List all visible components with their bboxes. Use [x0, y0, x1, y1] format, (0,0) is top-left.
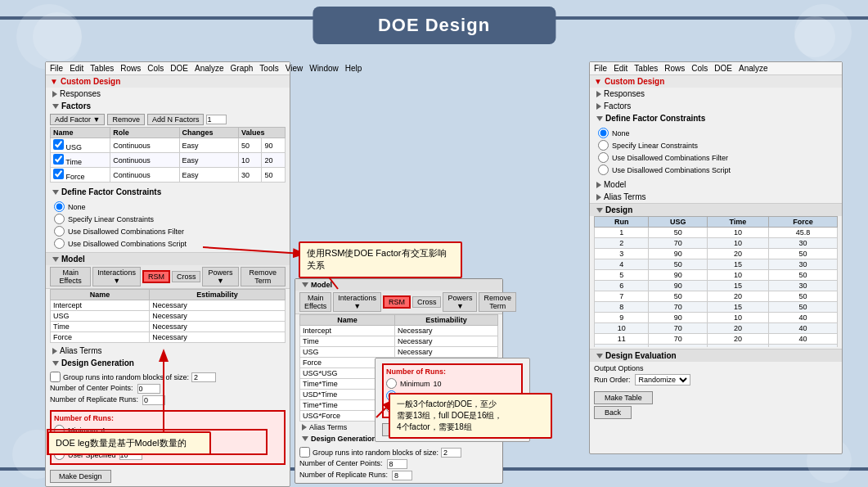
constraints-radio-group: None Specify Linear Constraints Use Disa… [46, 198, 290, 252]
rmenu-file[interactable]: File [594, 64, 607, 73]
constraint-none[interactable]: None [54, 201, 281, 213]
left-make-design-button[interactable]: Make Design [50, 470, 111, 483]
right-constraint-filter[interactable]: Use Disallowed Combinations Filter [598, 151, 834, 164]
time-check[interactable] [53, 154, 64, 165]
popup-design-gen-icon [302, 436, 308, 441]
popup-min-radio[interactable] [386, 378, 397, 389]
group-runs-check[interactable] [50, 372, 61, 382]
popup-design-gen-content: Group runs into random blocks of size: N… [295, 444, 502, 483]
make-table-button[interactable]: Make Table [594, 391, 653, 404]
replicate-runs-input[interactable] [142, 395, 165, 405]
popup-group-size[interactable] [441, 448, 461, 458]
design-table-row: 8701550 [595, 302, 838, 313]
menu-tables[interactable]: Tables [90, 64, 114, 73]
constraint-linear[interactable]: Specify Linear Constraints [54, 213, 281, 225]
right-responses[interactable]: Responses [590, 88, 842, 100]
remove-button[interactable]: Remove [107, 114, 145, 125]
right-define-constraints[interactable]: Define Factor Constraints [590, 112, 842, 124]
alias-terms-section[interactable]: Alias Terms [46, 345, 290, 357]
popup-rsm-btn[interactable]: RSM [383, 295, 411, 309]
rmenu-doe[interactable]: DOE [714, 64, 732, 73]
group-size-input[interactable] [191, 372, 216, 382]
design-eval-section[interactable]: Design Evaluation [590, 349, 842, 362]
popup-cross[interactable]: Cross [412, 296, 442, 308]
right-model[interactable]: Model [590, 178, 842, 191]
design-gen-content: Group runs into random blocks of size: N… [46, 369, 290, 408]
design-table-row: 2701030 [595, 238, 838, 249]
right-alias-icon [596, 194, 601, 201]
right-model-icon [596, 182, 601, 188]
dt-time: Time [708, 217, 769, 228]
force-check[interactable] [53, 169, 64, 179]
define-factor-constraints[interactable]: Define Factor Constraints [46, 186, 290, 198]
responses-section[interactable]: Responses [46, 88, 290, 100]
bg-circle-2 [33, 12, 82, 61]
rmenu-analyze[interactable]: Analyze [739, 64, 768, 73]
right-responses-icon [596, 91, 601, 97]
constraint-script[interactable]: Use Disallowed Combinations Script [54, 237, 281, 250]
popup-alias-icon [302, 424, 307, 431]
menu-graph[interactable]: Graph [231, 64, 254, 73]
menu-file[interactable]: File [50, 64, 63, 73]
menu-rows[interactable]: Rows [120, 64, 141, 73]
menu-view[interactable]: View [286, 64, 304, 73]
menu-doe[interactable]: DOE [170, 64, 188, 73]
right-design-section[interactable]: Design [590, 203, 842, 216]
design-table-row: 11702040 [595, 334, 838, 345]
popup-replicate-runs[interactable] [392, 471, 412, 480]
rmenu-rows[interactable]: Rows [664, 64, 685, 73]
right-constraint-linear[interactable]: Specify Linear Constraints [598, 139, 834, 151]
popup-center-pts[interactable] [387, 459, 407, 469]
output-options-label: Output Options [594, 364, 838, 372]
popup-powers[interactable]: Powers ▼ [443, 292, 477, 312]
constraint-filter[interactable]: Use Disallowed Combinations Filter [54, 225, 281, 237]
right-constraints-group: None Specify Linear Constraints Use Disa… [590, 124, 842, 178]
left-menu-bar: File Edit Tables Rows Cols DOE Analyze G… [46, 62, 290, 75]
back-button[interactable]: Back [594, 406, 632, 419]
popup-main-effects[interactable]: Main Effects [299, 292, 331, 312]
menu-edit[interactable]: Edit [70, 64, 83, 73]
right-alias[interactable]: Alias Terms [590, 191, 842, 203]
add-n-factors-button[interactable]: Add N Factors [147, 114, 205, 125]
cross-btn[interactable]: Cross [172, 271, 201, 282]
interactions-btn[interactable]: Interactions ▼ [92, 267, 141, 286]
menu-help[interactable]: Help [345, 64, 362, 73]
rmenu-cols[interactable]: Cols [691, 64, 708, 73]
popup-remove-term[interactable]: Remove Term [479, 292, 516, 312]
right-factors-icon [596, 103, 601, 110]
menu-tools[interactable]: Tools [259, 64, 278, 73]
main-effects-btn[interactable]: Main Effects [50, 267, 91, 286]
n-factors-input[interactable] [206, 115, 227, 124]
run-order-select[interactable]: Randomize Keep Sort [635, 374, 690, 386]
popup-model-row: InterceptNecessary [300, 326, 498, 336]
add-factor-button[interactable]: Add Factor ▼ [50, 114, 105, 125]
menu-window[interactable]: Window [309, 64, 339, 73]
popup-interactions[interactable]: Interactions ▼ [333, 292, 381, 312]
design-gen-section[interactable]: Design Generation [46, 357, 290, 369]
menu-analyze[interactable]: Analyze [195, 64, 224, 73]
rsm-btn[interactable]: RSM [142, 270, 170, 283]
rmenu-edit[interactable]: Edit [614, 64, 627, 73]
popup-group-check[interactable] [299, 447, 310, 458]
dt-force: Force [768, 217, 837, 228]
usg-check[interactable] [53, 139, 64, 150]
remove-term-btn[interactable]: Remove Term [241, 267, 286, 286]
right-constraint-none[interactable]: None [598, 127, 834, 139]
factors-toolbar: Add Factor ▼ Remove Add N Factors [46, 112, 290, 127]
menu-cols[interactable]: Cols [147, 64, 164, 73]
powers-btn[interactable]: Powers ▼ [202, 267, 238, 286]
center-points-input[interactable] [137, 384, 160, 394]
design-table-row: 7502050 [595, 291, 838, 302]
model-section[interactable]: Model [46, 252, 290, 265]
group-runs-label[interactable]: Group runs into random blocks of size: [50, 372, 286, 382]
right-factors[interactable]: Factors [590, 100, 842, 112]
right-constraint-script[interactable]: Use Disallowed Combinations Script [598, 164, 834, 176]
model-row-intercept: Intercept Necessary [51, 300, 286, 311]
design-table-row: 1501045.8 [595, 228, 838, 238]
design-eval-icon [596, 354, 603, 358]
custom-design-header: ▼ Custom Design [46, 75, 290, 88]
factors-section[interactable]: Factors [46, 100, 290, 112]
rmenu-tables[interactable]: Tables [634, 64, 658, 73]
factors-expand-icon [52, 104, 59, 109]
right-design-icon [596, 208, 603, 213]
